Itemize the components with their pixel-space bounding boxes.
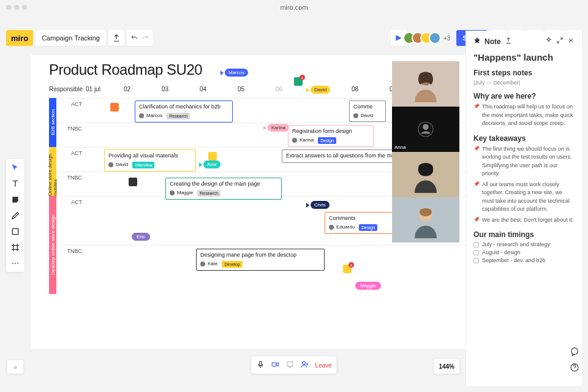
upload-icon[interactable] xyxy=(505,37,512,46)
user-cursor: Chris xyxy=(306,201,330,209)
task-card[interactable]: Providing all visual materials DavidInte… xyxy=(104,149,196,172)
zoom-level[interactable]: 144% xyxy=(434,359,459,374)
row-label: ACT xyxy=(56,199,86,205)
add-user-icon[interactable] xyxy=(300,360,309,370)
note-heading: "Happens" launch xyxy=(473,52,575,62)
user-cursor: Maggie xyxy=(355,282,381,290)
note-section: Why are we here? xyxy=(473,92,575,100)
sticky-icon[interactable] xyxy=(110,103,119,111)
row-label: TNBC xyxy=(56,175,86,181)
sticky-tool[interactable] xyxy=(10,195,20,205)
close-icon[interactable] xyxy=(567,37,575,46)
sticky-icon[interactable]: 2 xyxy=(343,265,352,273)
section-mobile: Online store design mobiles xyxy=(49,147,56,196)
video-tile[interactable]: Anna xyxy=(392,107,459,152)
minimap-toggle[interactable]: » xyxy=(7,360,23,374)
more-tools[interactable]: ⋯ xyxy=(10,258,20,268)
task-card[interactable]: Clarification of mechanics for b2b Marco… xyxy=(135,100,233,123)
export-icon[interactable] xyxy=(108,30,124,46)
task-card[interactable]: Registration form design KarinaDesign xyxy=(288,125,374,147)
note-subtitle: |July — December| xyxy=(473,80,575,86)
camera-icon[interactable] xyxy=(271,360,279,370)
share-screen-icon[interactable] xyxy=(285,360,294,370)
checklist-item[interactable]: July - research and strategy xyxy=(473,241,575,247)
shape-tool[interactable] xyxy=(10,227,20,236)
note-panel: Note "Happens" launch First steps notes … xyxy=(466,31,582,386)
leave-button[interactable]: Leave xyxy=(315,362,331,369)
call-toolbar: Leave xyxy=(251,356,336,374)
user-cursor: Amir xyxy=(199,160,221,168)
svg-rect-3 xyxy=(12,228,18,234)
collaborator-avatars[interactable]: +3 xyxy=(407,32,450,44)
video-panel: Anna xyxy=(392,61,459,243)
select-tool[interactable] xyxy=(10,163,20,173)
sticky-icon[interactable] xyxy=(208,152,217,160)
section-b2b: B2B section xyxy=(49,98,56,147)
magic-icon[interactable] xyxy=(545,37,552,46)
note-section: First steps notes xyxy=(473,69,575,77)
checklist-item[interactable]: August - design xyxy=(473,249,575,255)
expand-icon[interactable] xyxy=(556,37,564,46)
note-text: We are the best. Don't forget about it. xyxy=(482,216,573,225)
svg-point-12 xyxy=(303,361,306,364)
help-icon-bottom[interactable] xyxy=(568,361,581,374)
miro-logo[interactable]: miro xyxy=(6,30,33,46)
board-name[interactable]: Campaign Tracking xyxy=(36,30,106,46)
sticky-icon[interactable]: 1 xyxy=(294,77,303,86)
checklist-item[interactable]: September - dev. and b2b xyxy=(473,257,575,263)
board-title: Product Roadmap SU20 xyxy=(49,61,202,78)
undo-redo[interactable] xyxy=(127,30,153,46)
svg-rect-10 xyxy=(272,363,276,366)
video-tile[interactable] xyxy=(392,61,459,107)
task-card[interactable]: Creating the design of the main page Mag… xyxy=(165,178,282,200)
svg-point-6 xyxy=(423,124,429,130)
video-tile[interactable] xyxy=(392,152,459,197)
task-card[interactable]: Comme David xyxy=(349,100,386,122)
section-desktop: Desctop online store design xyxy=(49,196,56,294)
note-section: Our main timings xyxy=(473,230,575,239)
text-tool[interactable] xyxy=(10,179,20,189)
note-text: The first thing we should focus on is wo… xyxy=(482,145,575,178)
row-label: TNBC xyxy=(56,126,86,132)
user-cursor: Marcos xyxy=(221,69,248,77)
task-card[interactable]: Designing mane page from the desctop Kat… xyxy=(196,249,325,271)
left-toolbar: ⋯ xyxy=(6,159,24,272)
note-text: This roadmap will help us to focus on th… xyxy=(482,103,575,128)
window-controls xyxy=(6,5,27,10)
note-title-label: Note xyxy=(484,37,501,46)
url-bar: miro.com xyxy=(280,4,307,11)
note-text: All our teams must work closely together… xyxy=(482,181,575,214)
sticky-icon[interactable] xyxy=(129,178,137,186)
svg-rect-9 xyxy=(260,361,262,366)
note-section: Key takeaways xyxy=(473,134,575,143)
svg-rect-11 xyxy=(287,362,293,366)
video-tile[interactable] xyxy=(392,197,459,243)
row-label: ACT xyxy=(56,101,86,107)
user-cursor: David xyxy=(306,86,330,94)
pen-tool[interactable] xyxy=(10,211,20,221)
chat-icon[interactable] xyxy=(568,345,581,358)
row-label: TNBC xyxy=(56,248,86,254)
mic-icon[interactable] xyxy=(256,360,265,370)
frame-tool[interactable] xyxy=(10,243,20,252)
pin-icon[interactable] xyxy=(473,37,481,46)
row-label: ACT xyxy=(56,150,86,156)
user-cursor: Karina xyxy=(263,124,289,132)
user-cursor: Eric xyxy=(132,233,150,241)
avatar-overflow[interactable]: +3 xyxy=(443,35,450,42)
